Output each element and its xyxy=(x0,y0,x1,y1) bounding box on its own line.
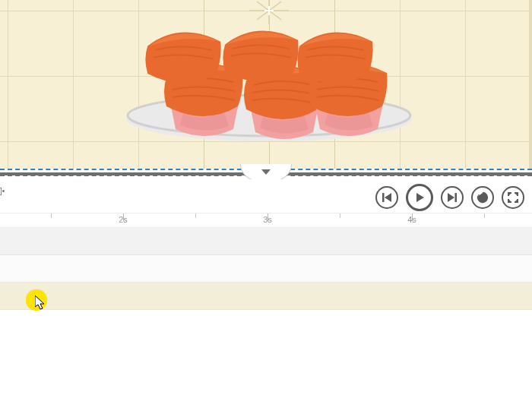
canvas-right-gutter xyxy=(529,0,532,169)
transform-pivot-icon[interactable] xyxy=(249,0,289,24)
svg-marker-23 xyxy=(448,193,454,202)
track-row[interactable] xyxy=(0,228,532,255)
ruler-tick-major xyxy=(412,213,413,221)
timeline-empty-area xyxy=(0,310,532,395)
track-row[interactable] xyxy=(0,283,532,310)
skip-back-button[interactable] xyxy=(375,186,398,209)
skip-back-icon xyxy=(382,192,392,203)
time-ruler[interactable]: 2s 3s 4s xyxy=(0,213,532,228)
animation-canvas[interactable] xyxy=(0,0,532,169)
ruler-tick xyxy=(195,213,196,218)
track-row[interactable] xyxy=(0,255,532,283)
skip-forward-icon xyxy=(447,192,458,203)
ruler-tick xyxy=(484,213,485,218)
fullscreen-button[interactable] xyxy=(502,186,524,209)
play-button[interactable] xyxy=(406,184,433,211)
timeline-tracks xyxy=(0,228,532,310)
canvas-svg xyxy=(0,0,532,169)
svg-marker-26 xyxy=(35,295,44,309)
ruler-tick-major xyxy=(123,213,124,221)
svg-marker-21 xyxy=(385,193,391,202)
svg-marker-22 xyxy=(416,193,424,202)
collapse-timeline-handle[interactable] xyxy=(240,164,292,181)
ruler-tick xyxy=(340,213,340,218)
loop-icon xyxy=(477,191,489,204)
panel-divider[interactable] xyxy=(0,169,532,179)
play-icon xyxy=(413,191,426,204)
transport-bar: ]• xyxy=(0,179,532,213)
ruler-tick xyxy=(51,213,52,218)
skip-forward-button[interactable] xyxy=(441,186,464,209)
timeline-origin-marker: ]• xyxy=(0,187,5,195)
expand-icon xyxy=(508,192,518,203)
svg-rect-20 xyxy=(382,193,385,202)
svg-rect-24 xyxy=(455,193,458,202)
artwork-sushi-group[interactable] xyxy=(145,31,387,139)
cursor-arrow-icon xyxy=(35,295,47,311)
chevron-down-icon xyxy=(261,169,271,175)
ruler-tick-major xyxy=(268,213,268,221)
loop-button[interactable] xyxy=(471,186,494,209)
